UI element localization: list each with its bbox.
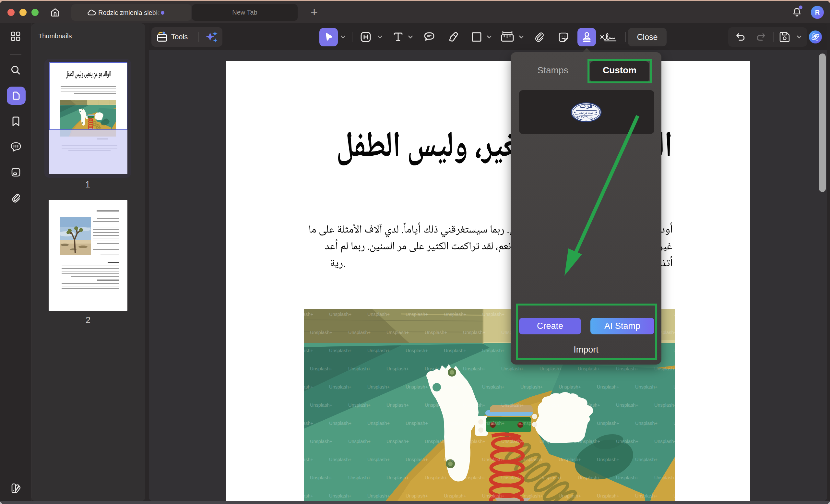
svg-text:Unsplash+: Unsplash+ <box>482 493 505 499</box>
svg-text:Unsplash+: Unsplash+ <box>444 384 466 389</box>
svg-text:Unsplash+: Unsplash+ <box>482 421 505 426</box>
svg-text:Unsplash+: Unsplash+ <box>597 493 619 499</box>
svg-text:Unsplash+: Unsplash+ <box>558 457 581 462</box>
svg-text:Unsplash+: Unsplash+ <box>386 330 409 335</box>
svg-text:Unsplash+: Unsplash+ <box>368 457 390 462</box>
svg-text:Unsplash+: Unsplash+ <box>304 312 313 317</box>
svg-text:Unsplash+: Unsplash+ <box>597 384 619 389</box>
svg-text:Unsplash+: Unsplash+ <box>597 457 619 462</box>
svg-text:Unsplash+: Unsplash+ <box>444 457 466 462</box>
svg-text:Unsplash+: Unsplash+ <box>304 493 313 499</box>
svg-text:Unsplash+: Unsplash+ <box>310 330 332 335</box>
svg-text:Unsplash+: Unsplash+ <box>635 421 658 426</box>
svg-text:Unsplash+: Unsplash+ <box>501 475 523 480</box>
svg-text:Unsplash+: Unsplash+ <box>304 384 313 389</box>
svg-text:Unsplash+: Unsplash+ <box>520 493 543 499</box>
svg-text:Unsplash+: Unsplash+ <box>368 312 390 317</box>
svg-text:Unsplash+: Unsplash+ <box>520 421 543 426</box>
svg-text:Unsplash+: Unsplash+ <box>482 457 505 462</box>
svg-text:Unsplash+: Unsplash+ <box>310 403 332 408</box>
svg-text:Unsplash+: Unsplash+ <box>406 384 428 389</box>
svg-text:Unsplash+: Unsplash+ <box>501 366 523 371</box>
svg-text:R: R <box>815 9 820 16</box>
svg-text:Unsplash+: Unsplash+ <box>348 475 371 480</box>
svg-text:Unsplash+: Unsplash+ <box>304 421 313 426</box>
svg-text:Unsplash+: Unsplash+ <box>444 348 466 353</box>
svg-text:Unsplash+: Unsplash+ <box>482 348 505 353</box>
svg-text:Unsplash+: Unsplash+ <box>558 493 581 499</box>
svg-text:Unsplash+: Unsplash+ <box>482 384 505 389</box>
svg-text:Unsplash+: Unsplash+ <box>310 439 332 444</box>
svg-text:Unsplash+: Unsplash+ <box>540 439 562 444</box>
svg-text:Unsplash+: Unsplash+ <box>329 348 351 353</box>
svg-text:Unsplash+: Unsplash+ <box>520 384 543 389</box>
svg-text:Unsplash+: Unsplash+ <box>578 403 600 408</box>
svg-text:Unsplash+: Unsplash+ <box>501 439 523 444</box>
svg-text:Unsplash+: Unsplash+ <box>444 493 466 499</box>
svg-text:Unsplash+: Unsplash+ <box>386 403 409 408</box>
svg-text:Unsplash+: Unsplash+ <box>386 439 409 444</box>
svg-text:Unsplash+: Unsplash+ <box>406 348 428 353</box>
svg-text:Unsplash+: Unsplash+ <box>368 348 390 353</box>
svg-text:Unsplash+: Unsplash+ <box>329 312 351 317</box>
svg-text:Unsplash+: Unsplash+ <box>444 421 466 426</box>
svg-text:Unsplash+: Unsplash+ <box>463 330 485 335</box>
svg-text:Unsplash+: Unsplash+ <box>597 421 619 426</box>
svg-text:Unsplash+: Unsplash+ <box>673 493 675 499</box>
svg-text:Unsplash+: Unsplash+ <box>654 403 675 408</box>
svg-text:Unsplash+: Unsplash+ <box>310 366 332 371</box>
svg-text:Unsplash+: Unsplash+ <box>463 366 485 371</box>
svg-text:Unsplash+: Unsplash+ <box>368 384 390 389</box>
svg-text:Unsplash+: Unsplash+ <box>558 384 581 389</box>
svg-text:Unsplash+: Unsplash+ <box>348 330 371 335</box>
svg-text:Unsplash+: Unsplash+ <box>673 384 675 389</box>
svg-text:Unsplash+: Unsplash+ <box>406 421 428 426</box>
svg-text:Unsplash+: Unsplash+ <box>654 475 675 480</box>
svg-text:Unsplash+: Unsplash+ <box>616 403 638 408</box>
svg-text:Unsplash+: Unsplash+ <box>425 439 447 444</box>
svg-text:Unsplash+: Unsplash+ <box>673 312 675 317</box>
svg-text:Unsplash+: Unsplash+ <box>540 403 562 408</box>
svg-text:Unsplash+: Unsplash+ <box>425 475 447 480</box>
svg-text:Unsplash+: Unsplash+ <box>444 312 466 317</box>
svg-text:Unsplash+: Unsplash+ <box>368 493 390 499</box>
svg-text:Unsplash+: Unsplash+ <box>635 384 658 389</box>
svg-text:Unsplash+: Unsplash+ <box>348 439 371 444</box>
svg-text:Unsplash+: Unsplash+ <box>304 348 313 353</box>
svg-text:Unsplash+: Unsplash+ <box>654 366 675 371</box>
svg-text:Unsplash+: Unsplash+ <box>425 366 447 371</box>
svg-text:Unsplash+: Unsplash+ <box>673 421 675 426</box>
svg-text:Unsplash+: Unsplash+ <box>386 366 409 371</box>
svg-text:Unsplash+: Unsplash+ <box>578 366 600 371</box>
svg-text:Unsplash+: Unsplash+ <box>329 457 351 462</box>
svg-text:Unsplash+: Unsplash+ <box>463 475 485 480</box>
svg-text:Unsplash+: Unsplash+ <box>406 457 428 462</box>
svg-text:Unsplash+: Unsplash+ <box>635 457 658 462</box>
svg-text:Unsplash+: Unsplash+ <box>304 457 313 462</box>
svg-text:Unsplash+: Unsplash+ <box>329 421 351 426</box>
svg-text:Unsplash+: Unsplash+ <box>368 421 390 426</box>
svg-text:Unsplash+: Unsplash+ <box>463 439 485 444</box>
svg-text:Unsplash+: Unsplash+ <box>654 439 675 444</box>
svg-text:Unsplash+: Unsplash+ <box>425 403 447 408</box>
svg-text:Unsplash+: Unsplash+ <box>329 384 351 389</box>
svg-text:Unsplash+: Unsplash+ <box>406 493 428 499</box>
svg-text:Unsplash+: Unsplash+ <box>386 475 409 480</box>
svg-text:Unsplash+: Unsplash+ <box>463 403 485 408</box>
svg-text:Unsplash+: Unsplash+ <box>578 439 600 444</box>
svg-text:Unsplash+: Unsplash+ <box>635 493 658 499</box>
svg-text:Unsplash+: Unsplash+ <box>540 475 562 480</box>
svg-text:Unsplash+: Unsplash+ <box>482 312 505 317</box>
svg-text:Unsplash+: Unsplash+ <box>310 475 332 480</box>
svg-text:Unsplash+: Unsplash+ <box>616 475 638 480</box>
svg-text:Unsplash+: Unsplash+ <box>673 457 675 462</box>
svg-text:Unsplash+: Unsplash+ <box>520 457 543 462</box>
svg-text:Unsplash+: Unsplash+ <box>406 312 428 317</box>
svg-text:Unsplash+: Unsplash+ <box>540 366 562 371</box>
svg-text:Unsplash+: Unsplash+ <box>673 348 675 353</box>
svg-text:Unsplash+: Unsplash+ <box>329 493 351 499</box>
svg-text:Unsplash+: Unsplash+ <box>558 421 581 426</box>
svg-text:Unsplash+: Unsplash+ <box>501 403 523 408</box>
svg-text:Unsplash+: Unsplash+ <box>616 439 638 444</box>
svg-text:Unsplash+: Unsplash+ <box>348 403 371 408</box>
